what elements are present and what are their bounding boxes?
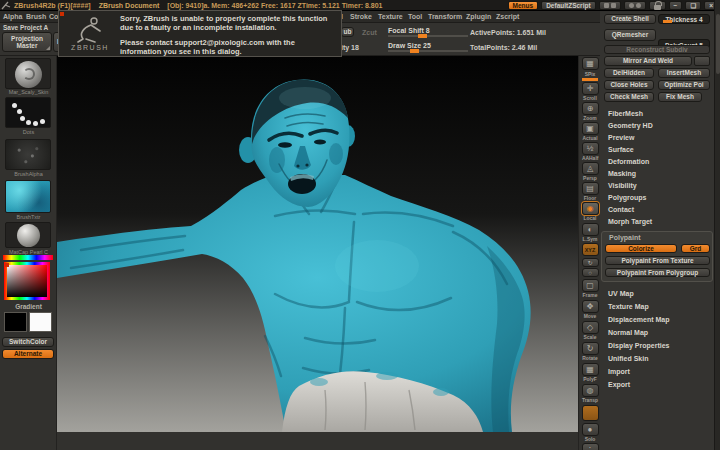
colorize-button[interactable]: Colorize	[605, 244, 677, 253]
del-hidden-button[interactable]: DelHidden	[604, 68, 654, 78]
active-points-readout: ActivePoints: 1.651 Mil	[470, 29, 546, 36]
zbrush-window: ZBrush4R2b (F1)[####] ZBrush Document [O…	[0, 0, 720, 450]
wax-preview-icon[interactable]: ▦	[581, 57, 599, 70]
frame-button[interactable]: ▢Frame	[581, 279, 599, 298]
section-surface[interactable]: Surface	[608, 146, 634, 153]
section-contact[interactable]: Contact	[608, 206, 634, 213]
current-brush-thumbnail[interactable]	[5, 58, 51, 89]
ghost-button[interactable]	[581, 405, 599, 421]
polypaint-header[interactable]: Polypaint	[609, 234, 641, 241]
z-intensity-slider-fragment[interactable]: ity 18	[341, 44, 359, 51]
section-masking[interactable]: Masking	[608, 170, 636, 177]
spix-slider[interactable]: SPix	[581, 71, 599, 81]
xyz-button[interactable]: XYZ	[581, 243, 599, 256]
lock-icon[interactable]	[649, 1, 666, 10]
scroll-button[interactable]: ✛Scroll	[581, 82, 599, 101]
qremesher-button[interactable]: QRemesher	[604, 29, 656, 41]
save-project-button[interactable]: Save Project A	[3, 24, 48, 31]
aahalf-button[interactable]: ½AAHalf	[581, 142, 599, 161]
section-export[interactable]: Export	[608, 381, 630, 388]
menu-brush[interactable]: Brush	[26, 13, 46, 20]
menu-texture[interactable]: Texture	[378, 13, 403, 20]
section-unified-skin[interactable]: Unified Skin	[608, 355, 648, 362]
hands-pair-icon[interactable]	[624, 1, 646, 10]
solo-button[interactable]: ●Solo	[581, 423, 599, 442]
right-icon-strip: ▦ SPix ✛Scroll ⊕Zoom ▣Actual ½AAHalf ◬Pe…	[578, 56, 600, 450]
polypaint-from-polygroup-button[interactable]: Polypaint From Polygroup	[605, 268, 710, 277]
section-deformation[interactable]: Deformation	[608, 158, 649, 165]
section-displacement-map[interactable]: Displacement Map	[608, 316, 669, 323]
fix-mesh-button[interactable]: Fix Mesh	[658, 92, 702, 102]
sculpt-model	[57, 56, 578, 432]
zcut-button[interactable]: Zcut	[362, 29, 377, 36]
color-picker[interactable]	[4, 262, 50, 300]
section-uv-map[interactable]: UV Map	[608, 290, 634, 297]
section-geometry-hd[interactable]: Geometry HD	[608, 122, 653, 129]
lsym-button[interactable]: ◐L.Sym	[581, 223, 599, 242]
floor-button[interactable]: ▤Floor	[581, 182, 599, 201]
menus-toggle-button[interactable]: Menus	[508, 1, 539, 10]
menu-stroke[interactable]: Stroke	[350, 13, 372, 20]
menu-transform[interactable]: Transform	[428, 13, 462, 20]
optimize-points-button[interactable]: Optimize Poi	[658, 80, 710, 90]
section-display-properties[interactable]: Display Properties	[608, 342, 669, 349]
menu-tool[interactable]: Tool	[408, 13, 422, 20]
polypaint-subpalette: Polypaint Colorize Grd Polypaint From Te…	[601, 231, 713, 282]
main-color-swatch[interactable]	[4, 312, 27, 332]
restore-button[interactable]: ❏	[685, 1, 701, 10]
menu-zplugin[interactable]: Zplugin	[466, 13, 491, 20]
local-button[interactable]: ◉Local	[581, 202, 599, 221]
draw-size-slider[interactable]: Draw Size 25	[388, 42, 468, 52]
title-stats: [Obj: 9410]a. Mem: 486+262 Free: 1617 ZT…	[167, 2, 382, 9]
focal-shift-slider[interactable]: Focal Shift 8	[388, 27, 468, 37]
switch-color-button[interactable]: SwitchColor	[2, 337, 54, 347]
alpha-thumbnail[interactable]	[5, 139, 51, 170]
xpose-button[interactable]: ∴Xpose	[581, 443, 599, 450]
left-shelf: Mar_Scaly_Skin Dots BrushAlpha BrushTxtr…	[0, 56, 57, 450]
rotate-button[interactable]: ↻Rotate	[581, 342, 599, 361]
polyframe-button[interactable]: ▦PolyF	[581, 363, 599, 382]
rotate-view-icon[interactable]: ↻	[581, 258, 599, 267]
section-visibility[interactable]: Visibility	[608, 182, 637, 189]
secondary-color-swatch[interactable]	[29, 312, 52, 332]
zsub-button-fragment[interactable]: ub	[341, 27, 354, 37]
close-holes-button[interactable]: Close Holes	[604, 80, 654, 90]
polypaint-from-texture-button[interactable]: Polypaint From Texture	[605, 256, 710, 265]
mirror-and-weld-button[interactable]: Mirror And Weld	[604, 56, 692, 66]
section-polygroups[interactable]: Polygroups	[608, 194, 647, 201]
material-thumbnail[interactable]	[5, 222, 51, 248]
insert-mesh-button[interactable]: InsertMesh	[658, 68, 710, 78]
menu-zscript[interactable]: Zscript	[496, 13, 519, 20]
zoom-button[interactable]: ⊕Zoom	[581, 102, 599, 121]
alternate-button[interactable]: Alternate	[2, 349, 54, 359]
panel-scrollbar[interactable]	[714, 0, 720, 450]
projection-master-button[interactable]: Projection Master	[2, 32, 52, 52]
check-mesh-button[interactable]: Check Mesh	[604, 92, 654, 102]
stroke-thumbnail[interactable]	[5, 97, 51, 128]
section-texture-map[interactable]: Texture Map	[608, 303, 649, 310]
magnify-view-icon[interactable]: ○	[581, 268, 599, 277]
section-preview[interactable]: Preview	[608, 134, 634, 141]
thickness-slider[interactable]: Thickness 4	[658, 14, 710, 24]
default-zscript-button[interactable]: DefaultZScript	[541, 1, 595, 10]
section-import[interactable]: Import	[608, 368, 630, 375]
grd-button[interactable]: Grd	[681, 244, 710, 253]
reconstruct-subdiv-button[interactable]: Reconstruct Subdiv	[604, 45, 710, 54]
section-morph-target[interactable]: Morph Target	[608, 218, 652, 225]
menu-alpha[interactable]: Alpha	[3, 13, 22, 20]
move-button[interactable]: ✥Move	[581, 300, 599, 319]
tablet-pair-icon[interactable]	[599, 1, 621, 10]
mirror-axis-widget[interactable]	[694, 56, 710, 66]
persp-button[interactable]: ◬Persp	[581, 162, 599, 181]
transp-button[interactable]: ◍Transp	[581, 384, 599, 403]
hue-bar[interactable]	[3, 255, 53, 260]
document-canvas[interactable]	[57, 56, 578, 432]
error-dialog[interactable]: ZBRUSH Sorry, ZBrush is unable to proper…	[58, 10, 342, 57]
create-shell-button[interactable]: Create Shell	[604, 14, 656, 24]
section-normal-map[interactable]: Normal Map	[608, 329, 648, 336]
actual-button[interactable]: ▣Actual	[581, 122, 599, 141]
texture-thumbnail[interactable]	[5, 180, 51, 213]
minimize-button[interactable]: −	[669, 1, 683, 10]
section-fibermesh[interactable]: FiberMesh	[608, 110, 643, 117]
scale-button[interactable]: ◇Scale	[581, 321, 599, 340]
